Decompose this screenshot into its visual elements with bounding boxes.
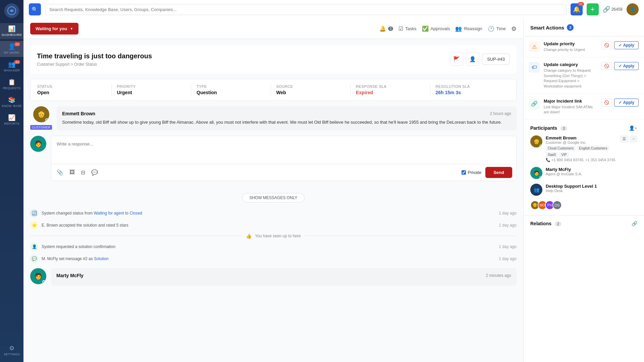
last-message-online [42,280,46,284]
emmett-avatar: 👴 [530,135,542,147]
reply-textarea[interactable] [51,136,516,163]
timeline-icon-person: 👤 [30,243,38,251]
private-checkbox[interactable] [462,170,466,175]
ticket-main: Waiting for you ▼ 🔔 3 ☑ Tasks ✅ Approval… [23,19,523,362]
people-button[interactable]: 👤 [466,52,479,66]
right-panel: Smart Actions 3 ⚠ Update priority Change… [523,19,644,362]
flag-button[interactable]: 🚩 [450,52,463,66]
priority-apply-button[interactable]: Apply [614,41,639,49]
emmett-actions: ☰ − [620,135,637,142]
sidebar-item-reports[interactable]: 📈 REPORTS [0,112,23,128]
sidebar-item-dashboard[interactable]: 📊 DASHBOARD [0,23,23,39]
incident-apply-button[interactable]: Apply [614,99,639,107]
time-action[interactable]: 🕐 Time [488,25,506,32]
last-message-header: Marty McFly 2 minutes ago [56,273,511,278]
bell-badge: 3 [388,26,393,31]
reassign-action[interactable]: 👥 Reassign [455,25,482,32]
smart-action-priority-body: Update priority Change priority to Urgen… [544,41,597,52]
emmett-menu-button[interactable]: ☰ [620,135,629,142]
tag-english: English Customers [577,146,609,151]
last-message-body: Marty McFly 2 minutes ago [51,268,517,286]
waiting-for-you-button[interactable]: Waiting for you ▼ [30,23,78,35]
last-message-block: 🧑 Marty McFly 2 minutes ago [30,268,517,286]
timeline-item-2: ⭐ E. Brown accepted the solution and rat… [30,221,517,229]
attachment-button[interactable]: 📎 [55,168,65,177]
status-bar: Status Open Priority Urgent Type Questio… [30,79,517,101]
private-check[interactable]: Private [462,170,481,175]
image-button[interactable]: 🖼 [68,168,76,177]
tasks-action[interactable]: ☑ Tasks [398,25,416,32]
emmett-info: Emmett Brown Customer @ Google Inc. Clou… [546,135,616,162]
incident-dismiss-button[interactable]: 🚫 [601,99,612,107]
comment-button[interactable]: 💬 [90,168,99,177]
category-dismiss-button[interactable]: 🚫 [601,62,612,70]
incident-action-btns: 🚫 Apply [601,99,639,107]
sidebar-item-manager-label: MANAGER [4,69,20,72]
reply-right: Private Send [462,167,512,178]
sidebar-logo[interactable] [4,3,19,18]
closed-link[interactable]: Closed [129,211,142,216]
category-apply-button[interactable]: Apply [614,62,639,70]
user-avatar[interactable]: 👤 [627,3,639,15]
approvals-action[interactable]: ✅ Approvals [422,25,450,32]
smart-action-category-body: Update category Change category to Reque… [544,62,597,89]
add-relation-icon[interactable]: 🔗 [632,221,637,226]
show-messages-button[interactable]: SHOW MESSAGES ONLY [242,193,304,202]
smart-action-update-category: 🏷 Update category Change category to Req… [524,57,644,94]
sidebar-item-my-work[interactable]: 23 👤 MY WORK [0,41,23,57]
table-button[interactable]: ⊟ [79,168,87,177]
tasks-label: Tasks [405,26,416,31]
ticket-settings-button[interactable]: ⚙ [511,25,517,33]
priority-label: Priority [117,84,186,88]
tag-vip: VIP [559,152,569,157]
notification-badge: 32 [578,2,584,6]
solution-link[interactable]: Solution [94,256,108,261]
add-participant-icon[interactable]: 👤+ [629,125,637,131]
sidebar-item-settings[interactable]: ⚙ SETTINGS [0,343,23,359]
private-label: Private [468,170,481,175]
emmett-remove-button[interactable]: − [630,135,637,142]
emmett-role: Customer @ Google Inc. [546,140,616,144]
bell-action[interactable]: 🔔 3 [379,25,393,32]
last-message-time: 2 minutes ago [486,273,511,278]
smart-action-update-priority: ⚠ Update priority Change priority to Urg… [524,37,644,57]
reply-toolbar: 📎 🖼 ⊟ 💬 Private Send [51,164,516,181]
message-time: 2 hours ago [490,111,511,116]
category-action-btns: 🚫 Apply [601,62,639,70]
desktop-support-role: Help Desk [546,189,637,193]
tag-cloud: Cloud Customers [546,146,576,151]
message-header: Emmett Brown 2 hours ago [62,111,511,116]
waiting-for-agent-link[interactable]: Waiting for agent [94,211,124,216]
status-value: Open [37,90,106,95]
relations-section: Relations 2 🔗 [524,216,644,236]
sidebar-item-requests[interactable]: 📋 REQUESTS [0,76,23,93]
timeline-icon-message: 💬 [30,255,38,263]
ticket-area: Waiting for you ▼ 🔔 3 ☑ Tasks ✅ Approval… [23,19,644,362]
reply-box: 📎 🖼 ⊟ 💬 Private Send [51,136,517,181]
participants-badge: 3 [560,126,567,131]
emmett-online [539,144,542,147]
emmett-name: Emmett Brown [546,135,616,140]
search-input[interactable] [45,4,567,15]
source-label: Source [276,84,345,88]
notification-icon[interactable]: 🔔 32 [571,3,583,15]
sidebar-item-know-base[interactable]: 📚 KNOW. BASE [0,94,23,110]
sidebar-item-reports-label: REPORTS [4,122,19,125]
priority-value: Urgent [117,90,186,95]
type-value: Question [197,90,265,95]
sidebar-item-my-work-label: MY WORK [4,51,19,54]
online-indicator [45,118,49,122]
major-incident-desc: Link Major Incident SAlt ATMs are down! [544,105,597,115]
add-button[interactable]: + [587,3,599,15]
ticket-breadcrumb: Customer Support > Order Status [37,62,152,67]
search-button[interactable]: 🔍 [29,3,41,15]
sidebar-item-manager[interactable]: 43 👥 MANAGER [0,59,23,75]
customer-label: CUSTOMER [30,125,52,130]
tag-saas: SaaS [546,152,558,157]
send-button[interactable]: Send [485,167,512,178]
timeline-time-1: 1 day ago [499,211,517,216]
priority-dismiss-button[interactable]: 🚫 [601,41,612,49]
ticket-id-button[interactable]: SUP-#43 [482,54,510,65]
participants-title-group: Participants 3 [530,125,567,131]
update-category-desc: Change category to Request Something (Ge… [544,68,597,89]
